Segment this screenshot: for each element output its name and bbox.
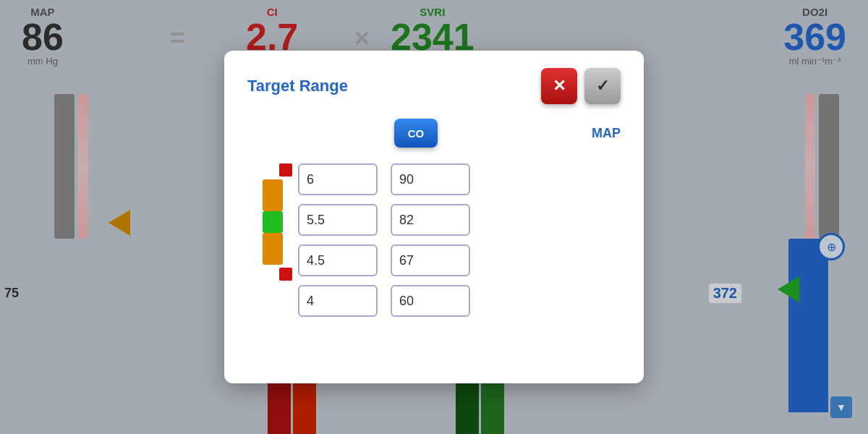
co-input-1[interactable] bbox=[298, 163, 378, 195]
color-seg-orange-top bbox=[263, 179, 283, 211]
map-input-row-4 bbox=[391, 285, 470, 317]
color-bar-visual bbox=[247, 161, 298, 317]
color-seg-green bbox=[263, 211, 283, 233]
co-input-4[interactable] bbox=[298, 285, 378, 317]
co-input-row-4 bbox=[298, 285, 378, 317]
map-input-4[interactable] bbox=[391, 285, 470, 317]
modal-title: Target Range bbox=[247, 77, 348, 95]
map-input-2[interactable] bbox=[391, 204, 470, 236]
color-seg-red-bottom bbox=[279, 268, 292, 281]
co-input-row-2 bbox=[298, 204, 378, 236]
modal-action-buttons: ✕ ✓ bbox=[541, 68, 621, 104]
map-input-1[interactable] bbox=[391, 163, 470, 195]
co-input-row-1 bbox=[298, 163, 378, 195]
co-input-2[interactable] bbox=[298, 204, 378, 236]
map-input-3[interactable] bbox=[391, 244, 470, 276]
map-input-row-2 bbox=[391, 204, 470, 236]
map-input-column bbox=[391, 161, 470, 317]
input-columns bbox=[298, 161, 621, 317]
modal-content bbox=[247, 161, 621, 317]
cancel-button[interactable]: ✕ bbox=[541, 68, 577, 104]
target-range-modal: Target Range ✕ ✓ CO MAP bbox=[224, 51, 644, 383]
map-column-header: MAP bbox=[592, 126, 621, 141]
co-input-3[interactable] bbox=[298, 244, 378, 276]
modal-overlay: Target Range ✕ ✓ CO MAP bbox=[0, 0, 868, 434]
modal-header: Target Range ✕ ✓ bbox=[247, 68, 621, 104]
column-headers: CO MAP bbox=[247, 119, 621, 148]
map-input-row-1 bbox=[391, 163, 470, 195]
co-tab-button[interactable]: CO bbox=[394, 119, 438, 148]
map-input-row-3 bbox=[391, 244, 470, 276]
color-seg-red-top bbox=[279, 163, 292, 176]
co-input-column bbox=[298, 161, 378, 317]
color-seg-orange-bottom bbox=[263, 233, 283, 265]
confirm-button[interactable]: ✓ bbox=[584, 68, 621, 104]
co-input-row-3 bbox=[298, 244, 378, 276]
